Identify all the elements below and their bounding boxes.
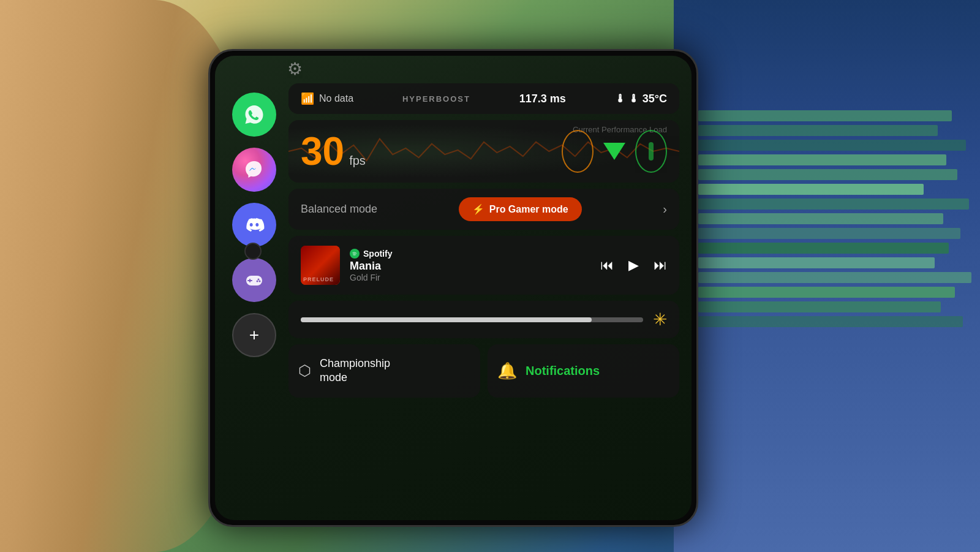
brightness-icon: ✳ [653,309,667,330]
brightness-bar: ✳ [288,301,679,338]
brightness-slider[interactable] [301,317,643,322]
fps-label: fps [349,154,366,168]
music-info: Spotify Mania Gold Fir [350,249,590,282]
album-art: PRELUDE [301,246,340,285]
lightning-icon: ⚡ [472,203,484,215]
bottom-buttons: ⬡ Championshipmode 🔔 Notifications [288,344,679,398]
brightness-fill [301,317,592,322]
background-lines [698,110,980,429]
phone-frame: ⚙ [208,49,698,527]
spotify-header: Spotify [350,249,590,259]
wifi-icon: 📶 [301,92,314,105]
svg-point-4 [259,281,261,282]
gamepad-icon[interactable] [232,258,276,302]
fps-panel: 30 fps Current Performance Load [288,120,679,183]
championship-label: Championshipmode [320,357,390,385]
song-title: Mania [350,260,590,273]
mode-bar: Balanced mode ⚡ Pro Gamer mode › [288,189,679,230]
camera-button [244,243,262,260]
balanced-mode-label: Balanced mode [301,203,377,216]
music-player: PRELUDE Spotify Mania Gold Fir [288,236,679,295]
latency-value: 117.3 ms [519,93,566,105]
championship-mode-button[interactable]: ⬡ Championshipmode [288,344,480,398]
temperature-value: 🌡 🌡 35°C [615,93,667,105]
next-button[interactable]: ⏭ [654,257,667,273]
right-dial [635,130,667,173]
album-art-text: PRELUDE [303,276,334,282]
performance-indicator [603,143,625,160]
fps-number: 30 [301,132,344,171]
spotify-name: Spotify [363,249,392,259]
right-background [674,0,980,552]
fps-value-section: 30 fps [301,132,366,171]
main-panel: 📶 No data HYPERBOOST 117.3 ms 🌡 🌡 35°C 3… [288,83,679,502]
notifications-label: Notifications [526,364,600,378]
song-artist: Gold Fir [350,273,590,282]
play-button[interactable]: ▶ [628,257,639,273]
pro-gamer-label: Pro Gamer mode [489,204,568,215]
left-dial [562,130,594,173]
messenger-icon[interactable] [232,148,276,192]
top-status-bar: 📶 No data HYPERBOOST 117.3 ms 🌡 🌡 35°C [288,83,679,114]
side-icons-column: + [232,93,276,357]
no-data-label: No data [319,93,353,104]
fps-controls [562,130,667,173]
svg-rect-2 [247,280,252,281]
pro-gamer-button[interactable]: ⚡ Pro Gamer mode [459,197,582,221]
music-controls: ⏮ ▶ ⏭ [600,257,667,273]
hyperboost-label: HYPERBOOST [402,94,470,104]
discord-icon[interactable] [232,203,276,247]
notifications-button[interactable]: 🔔 Notifications [488,344,679,398]
whatsapp-icon[interactable] [232,93,276,137]
spotify-icon [350,249,360,259]
svg-point-5 [257,281,258,282]
svg-point-3 [258,279,260,281]
championship-icon: ⬡ [298,362,311,379]
add-button[interactable]: + [232,313,276,357]
gear-icon[interactable]: ⚙ [287,59,303,79]
arrow-right-icon[interactable]: › [663,202,667,216]
previous-button[interactable]: ⏮ [600,257,614,273]
wifi-section: 📶 No data [301,92,353,105]
notification-bell-icon: 🔔 [497,361,517,380]
phone-screen: ⚙ [215,56,692,520]
